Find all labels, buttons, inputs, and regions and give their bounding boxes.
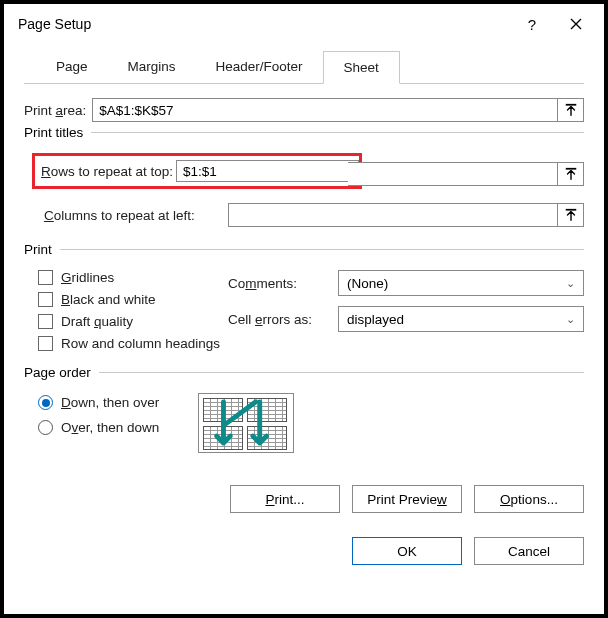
- tab-sheet[interactable]: Sheet: [323, 51, 400, 84]
- page-order-preview: [198, 393, 294, 453]
- page-order-group: Page order Down, then over Over, then do…: [24, 372, 584, 457]
- print-button[interactable]: Print...: [230, 485, 340, 513]
- errors-label: Cell errors as:: [228, 312, 338, 327]
- options-button[interactable]: Options...: [474, 485, 584, 513]
- print-legend: Print: [24, 242, 60, 257]
- rows-repeat-label: Rows to repeat at top:: [41, 164, 176, 179]
- bw-checkbox[interactable]: [38, 292, 53, 307]
- tabstrip: Page Margins Header/Footer Sheet: [24, 50, 584, 84]
- rows-repeat-input[interactable]: [176, 160, 359, 182]
- down-then-over-radio[interactable]: [38, 395, 53, 410]
- bw-label: Black and white: [61, 292, 156, 307]
- print-area-label: Print area:: [24, 103, 86, 118]
- page-order-legend: Page order: [24, 365, 99, 380]
- draft-label: Draft quality: [61, 314, 133, 329]
- cols-repeat-input[interactable]: [228, 203, 558, 227]
- tab-page[interactable]: Page: [36, 51, 108, 84]
- help-button[interactable]: ?: [510, 7, 554, 41]
- print-group: Print Gridlines Black and white Draft qu…: [24, 249, 584, 362]
- gridlines-label: Gridlines: [61, 270, 114, 285]
- rows-repeat-input-ext[interactable]: [348, 162, 558, 186]
- svg-rect-1: [565, 168, 576, 170]
- rows-repeat-collapse-button[interactable]: [558, 162, 584, 186]
- comments-select[interactable]: (None) ⌄: [338, 270, 584, 296]
- cols-repeat-label: Columns to repeat at left:: [38, 208, 222, 223]
- down-then-over-label: Down, then over: [61, 395, 159, 410]
- comments-label: Comments:: [228, 276, 338, 291]
- tab-header-footer[interactable]: Header/Footer: [196, 51, 323, 84]
- tab-margins[interactable]: Margins: [108, 51, 196, 84]
- print-preview-button[interactable]: Print Preview: [352, 485, 462, 513]
- errors-value: displayed: [347, 312, 404, 327]
- print-area-collapse-button[interactable]: [558, 98, 584, 122]
- cancel-button[interactable]: Cancel: [474, 537, 584, 565]
- ok-button[interactable]: OK: [352, 537, 462, 565]
- svg-rect-2: [565, 209, 576, 211]
- rowcol-label: Row and column headings: [61, 336, 220, 351]
- rowcol-checkbox[interactable]: [38, 336, 53, 351]
- comments-value: (None): [347, 276, 388, 291]
- svg-rect-0: [565, 104, 576, 106]
- dialog-title: Page Setup: [18, 16, 91, 32]
- highlight-box: Rows to repeat at top:: [32, 153, 362, 189]
- print-area-input[interactable]: [92, 98, 558, 122]
- print-titles-group: Print titles Rows to repeat at top:: [24, 132, 584, 239]
- print-area-row: Print area:: [24, 98, 584, 122]
- titlebar: Page Setup ?: [4, 4, 604, 44]
- over-then-down-label: Over, then down: [61, 420, 159, 435]
- print-titles-legend: Print titles: [24, 125, 91, 140]
- close-button[interactable]: [554, 7, 598, 41]
- chevron-down-icon: ⌄: [566, 277, 575, 290]
- draft-checkbox[interactable]: [38, 314, 53, 329]
- over-then-down-radio[interactable]: [38, 420, 53, 435]
- page-setup-dialog: Page Setup ? Page Margins Header/Footer …: [0, 0, 608, 618]
- cols-repeat-collapse-button[interactable]: [558, 203, 584, 227]
- gridlines-checkbox[interactable]: [38, 270, 53, 285]
- errors-select[interactable]: displayed ⌄: [338, 306, 584, 332]
- chevron-down-icon: ⌄: [566, 313, 575, 326]
